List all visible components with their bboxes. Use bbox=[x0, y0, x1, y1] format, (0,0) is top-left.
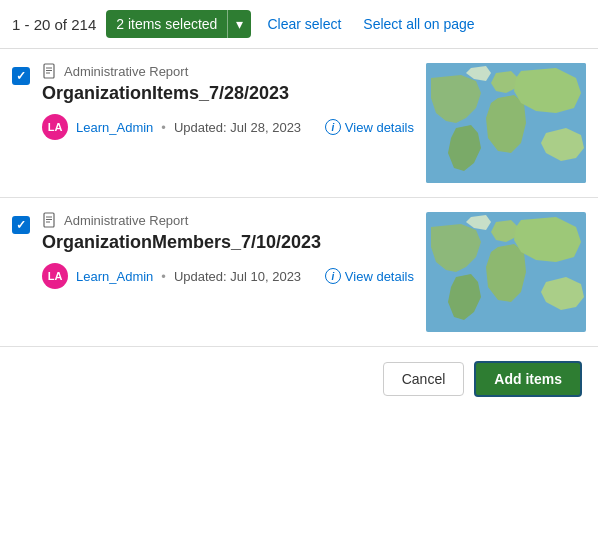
item-2-author: Learn_Admin bbox=[76, 269, 153, 284]
item-1-view-details-button[interactable]: i View details bbox=[325, 119, 414, 135]
header-bar: 1 - 20 of 214 2 items selected ▾ Clear s… bbox=[0, 0, 598, 49]
item-1-content: Administrative Report OrganizationItems_… bbox=[42, 63, 414, 140]
item-2-type: Administrative Report bbox=[64, 213, 188, 228]
item-2-updated: Updated: Jul 10, 2023 bbox=[174, 269, 301, 284]
checkbox-1[interactable]: ✓ bbox=[12, 67, 30, 85]
selected-badge-dropdown[interactable]: ▾ bbox=[227, 10, 251, 38]
item-1-view-details-label: View details bbox=[345, 120, 414, 135]
item-2-avatar: LA bbox=[42, 263, 68, 289]
item-1-type-row: Administrative Report bbox=[42, 63, 414, 79]
list-item: ✓ Administrative Report OrganizationMemb… bbox=[0, 198, 598, 347]
item-1-title: OrganizationItems_7/28/2023 bbox=[42, 83, 414, 104]
doc-icon bbox=[42, 212, 58, 228]
item-1-dot: • bbox=[161, 120, 166, 135]
check-icon: ✓ bbox=[16, 69, 26, 83]
pagination-text: 1 - 20 of 214 bbox=[12, 16, 96, 33]
add-items-button[interactable]: Add items bbox=[474, 361, 582, 397]
footer-bar: Cancel Add items bbox=[0, 347, 598, 411]
item-1-meta: LA Learn_Admin • Updated: Jul 28, 2023 i… bbox=[42, 114, 414, 140]
item-2-view-details-label: View details bbox=[345, 269, 414, 284]
item-2-title: OrganizationMembers_7/10/2023 bbox=[42, 232, 414, 253]
dropdown-arrow-icon: ▾ bbox=[236, 16, 243, 32]
item-1-avatar: LA bbox=[42, 114, 68, 140]
clear-select-button[interactable]: Clear select bbox=[261, 12, 347, 36]
item-1-author: Learn_Admin bbox=[76, 120, 153, 135]
selected-badge: 2 items selected ▾ bbox=[106, 10, 251, 38]
checkbox-2[interactable]: ✓ bbox=[12, 216, 30, 234]
select-all-button[interactable]: Select all on page bbox=[357, 12, 480, 36]
item-2-type-row: Administrative Report bbox=[42, 212, 414, 228]
doc-icon bbox=[42, 63, 58, 79]
selected-badge-label: 2 items selected bbox=[106, 10, 227, 38]
item-2-meta: LA Learn_Admin • Updated: Jul 10, 2023 i… bbox=[42, 263, 414, 289]
info-icon: i bbox=[325, 268, 341, 284]
info-icon: i bbox=[325, 119, 341, 135]
item-1-type: Administrative Report bbox=[64, 64, 188, 79]
item-2-view-details-button[interactable]: i View details bbox=[325, 268, 414, 284]
item-2-dot: • bbox=[161, 269, 166, 284]
check-icon: ✓ bbox=[16, 218, 26, 232]
item-2-meta-left: LA Learn_Admin • Updated: Jul 10, 2023 bbox=[42, 263, 301, 289]
item-2-content: Administrative Report OrganizationMember… bbox=[42, 212, 414, 289]
item-1-meta-left: LA Learn_Admin • Updated: Jul 28, 2023 bbox=[42, 114, 301, 140]
item-1-updated: Updated: Jul 28, 2023 bbox=[174, 120, 301, 135]
list-item: ✓ Administrative Report OrganizationItem… bbox=[0, 49, 598, 198]
cancel-button[interactable]: Cancel bbox=[383, 362, 465, 396]
item-1-thumbnail bbox=[426, 63, 586, 183]
item-2-thumbnail bbox=[426, 212, 586, 332]
